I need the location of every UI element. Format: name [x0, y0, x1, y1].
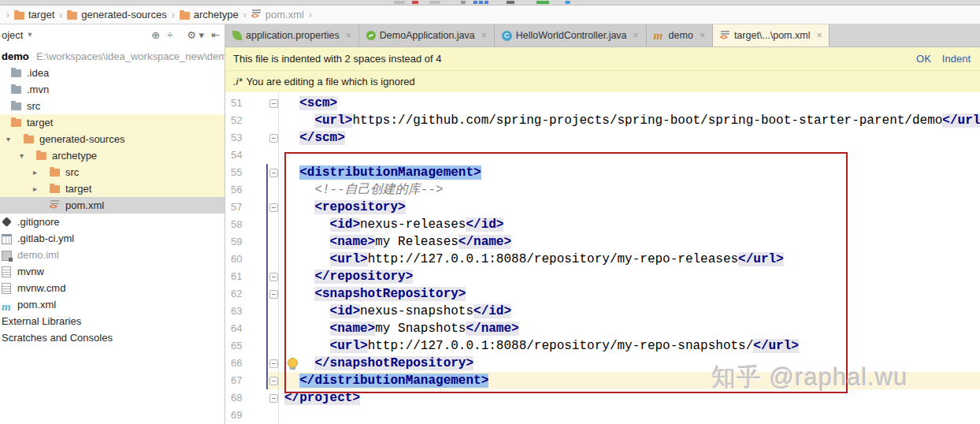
code-line: </snapshotRepository>	[284, 355, 980, 372]
xml-text	[284, 218, 330, 232]
breadcrumb-item[interactable]: generated-sources	[67, 9, 166, 20]
tree-item[interactable]: ▸target	[0, 180, 225, 197]
tab-label: target\...\pom.xml	[734, 30, 811, 41]
tab-demo[interactable]: demo×	[647, 24, 713, 46]
tab-application-properties[interactable]: application.properties×	[225, 24, 359, 46]
leaf-icon	[232, 31, 242, 40]
tree-item[interactable]: demoE:\workspaces\idea_workspace_new\dem…	[0, 48, 225, 65]
xml-text	[284, 304, 330, 318]
tree-item[interactable]: .mvn	[0, 81, 225, 98]
line-number-gutter: 51525354555657585960616263646566676869	[225, 95, 257, 424]
line-number: 51	[225, 95, 257, 112]
tree-item[interactable]: demo.iml	[0, 247, 225, 263]
toolbar-icon[interactable]	[461, 1, 466, 4]
toolbar-icon[interactable]	[479, 1, 483, 4]
tree-item[interactable]: .idea	[0, 65, 225, 81]
breadcrumb-item[interactable]: target	[14, 9, 54, 20]
xml-tag: <repository>	[314, 200, 405, 214]
tree-item[interactable]: ▸src	[0, 164, 225, 180]
line-number: 67	[225, 372, 257, 389]
tab-demoapplication-java[interactable]: DemoApplication.java×	[359, 24, 495, 46]
breadcrumb-label: pom.xml	[265, 9, 304, 20]
code-line: <url>http://127.0.0.1:8088/repository/my…	[284, 337, 980, 355]
breadcrumb-label: target	[28, 9, 54, 20]
code-text[interactable]: <scm> <url>https://github.com/spring-pro…	[284, 95, 980, 424]
toolbar-icon[interactable]	[484, 1, 488, 4]
tree-item[interactable]: .gitignore	[0, 214, 225, 230]
fold-marker[interactable]	[269, 99, 278, 108]
breadcrumb-item[interactable]: pom.xml	[251, 9, 304, 20]
tree-item[interactable]: .gitlab-ci.yml	[0, 230, 225, 247]
tab-target-pom-xml[interactable]: target\...\pom.xml×	[713, 24, 830, 46]
tree-item[interactable]: ▾archetype	[0, 147, 225, 164]
breadcrumb-separator: ›	[59, 9, 62, 20]
toolbar-icon[interactable]	[536, 1, 549, 4]
fold-marker[interactable]	[269, 394, 278, 403]
gear-icon[interactable]: ⚙ ▾	[187, 29, 204, 41]
xml-tag: </id>	[473, 304, 511, 318]
tree-item-path: E:\workspaces\idea_workspace_new\demo	[36, 48, 225, 65]
fold-marker[interactable]	[269, 290, 278, 299]
tree-item-label: src	[65, 164, 79, 180]
xml-text	[284, 339, 330, 353]
toolbar-icon[interactable]	[394, 1, 405, 4]
tree-item[interactable]: pom.xml	[0, 296, 225, 313]
xml-tag: </repository>	[314, 270, 413, 284]
code-line: <!--自己创建的库-->	[284, 181, 980, 199]
tree-item[interactable]: pom.xml	[0, 197, 225, 214]
toolbar-icon[interactable]	[429, 1, 440, 4]
tree-item[interactable]: mvnw	[0, 263, 225, 280]
tree-item-label: mvnw	[17, 263, 44, 280]
tree-item-label: demo.iml	[17, 247, 59, 263]
vcs-change-bar[interactable]	[266, 164, 268, 389]
close-icon[interactable]: ×	[816, 30, 822, 41]
close-icon[interactable]: ×	[633, 30, 639, 41]
chevron-down-icon[interactable]: ▾	[20, 147, 24, 164]
fold-marker[interactable]	[269, 273, 278, 281]
breadcrumb-separator: ›	[6, 9, 9, 20]
toolbar-icon[interactable]	[507, 1, 514, 4]
fold-marker[interactable]	[269, 377, 278, 385]
tree-item[interactable]: Scratches and Consoles	[0, 329, 225, 346]
tree-item[interactable]: mvnw.cmd	[0, 280, 225, 296]
file-icon	[2, 266, 11, 277]
tree-item-label: target	[27, 114, 53, 131]
close-icon[interactable]: ×	[700, 30, 705, 41]
tree-item[interactable]: target	[0, 114, 225, 131]
chevron-down-icon[interactable]: ▼	[26, 31, 33, 39]
line-number: 60	[225, 251, 257, 268]
fold-marker[interactable]	[269, 169, 278, 177]
notification-ignored: .i* You are editing a file which is igno…	[225, 71, 980, 92]
tree-item[interactable]: ▾generated-sources	[0, 131, 225, 147]
code-editor[interactable]: 51525354555657585960616263646566676869 <…	[225, 92, 980, 424]
line-number: 63	[225, 303, 257, 320]
tab-helloworldcontroller-java[interactable]: HelloWorldController.java×	[495, 24, 647, 46]
close-icon[interactable]: ×	[481, 30, 487, 41]
fold-marker[interactable]	[269, 359, 278, 368]
chevron-right-icon[interactable]: ▸	[33, 180, 37, 197]
toolbar-icon[interactable]	[565, 1, 570, 4]
tree-item-label: generated-sources	[39, 131, 124, 147]
collapse-all-icon[interactable]: ÷	[167, 29, 173, 41]
fold-marker[interactable]	[269, 134, 278, 143]
toolbar-icon[interactable]	[473, 1, 477, 4]
project-panel-title[interactable]: oject	[2, 29, 23, 41]
tree-item-label: target	[65, 180, 91, 197]
code-line	[284, 407, 980, 424]
git-icon	[2, 217, 12, 227]
ok-link[interactable]: OK	[916, 53, 931, 65]
tree-item[interactable]: External Libraries	[0, 313, 225, 329]
xml-tag: <id>	[330, 218, 360, 232]
close-icon[interactable]: ×	[346, 30, 351, 41]
chevron-right-icon[interactable]: ▸	[33, 164, 37, 180]
chevron-down-icon[interactable]: ▾	[6, 131, 10, 147]
indent-link[interactable]: Indent	[942, 53, 971, 65]
lightbulb-icon[interactable]	[288, 358, 298, 368]
locate-icon[interactable]: ⊕	[151, 29, 160, 41]
hide-panel-icon[interactable]: ⇤	[211, 29, 220, 41]
toolbar-icon[interactable]	[412, 1, 418, 4]
fold-marker[interactable]	[269, 203, 278, 212]
tree-item[interactable]: src	[0, 98, 225, 114]
xml-tag-selected: <distributionManagement>	[299, 166, 481, 180]
breadcrumb-item[interactable]: archetype	[180, 9, 239, 20]
